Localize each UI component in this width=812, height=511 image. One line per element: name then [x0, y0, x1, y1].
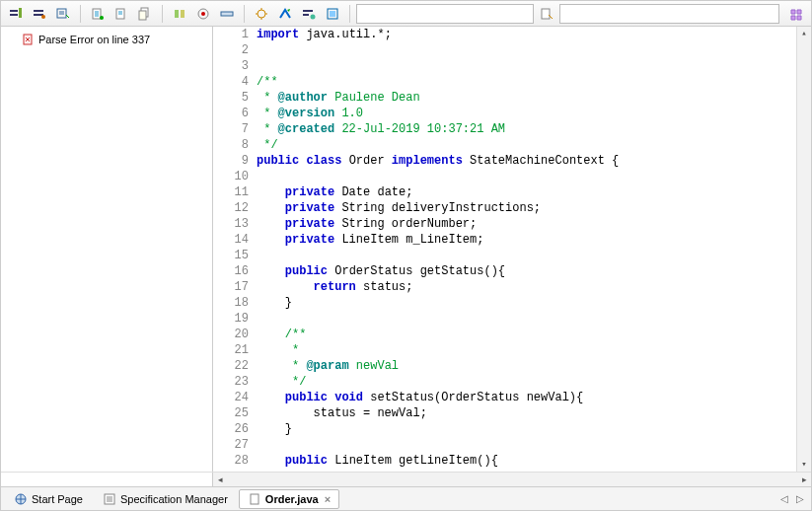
svg-rect-12 [175, 10, 179, 18]
line-number: 2 [213, 42, 249, 58]
code-line[interactable]: private LineItem m_LineItem; [257, 232, 786, 248]
line-number: 8 [213, 137, 249, 153]
vertical-scrollbar[interactable]: ▴ ▾ [796, 27, 811, 472]
tab-order-java[interactable]: Order.java × [239, 489, 339, 509]
code-line[interactable] [257, 58, 786, 74]
scroll-left-icon[interactable]: ◂ [213, 473, 227, 486]
code-line[interactable] [257, 311, 786, 327]
code-lines[interactable]: import java.util.*;/** * @author Paulene… [257, 27, 796, 472]
code-line[interactable]: * @version 1.0 [257, 106, 786, 121]
code-line[interactable]: */ [257, 137, 786, 153]
svg-rect-18 [303, 10, 313, 12]
svg-rect-19 [303, 14, 309, 16]
code-line[interactable]: * @author Paulene Dean [257, 90, 786, 106]
toolbar-separator [244, 5, 245, 23]
main-content: Parse Error on line 337 1234567891011121… [1, 27, 811, 472]
code-line[interactable]: public class Order implements StateMachi… [257, 153, 786, 169]
toolbar-button-14[interactable] [536, 3, 557, 25]
svg-rect-3 [34, 10, 43, 12]
line-number: 5 [213, 90, 249, 106]
code-line[interactable]: /** [257, 327, 786, 342]
svg-point-17 [258, 10, 265, 18]
code-line[interactable]: private String orderNumber; [257, 216, 786, 232]
tab-start-page[interactable]: Start Page [5, 489, 92, 509]
hscroll-track[interactable] [227, 473, 797, 486]
globe-icon [14, 492, 28, 506]
tab-next-icon[interactable]: ▷ [793, 493, 807, 504]
error-icon [21, 33, 35, 46]
editor: 1234567891011121314151617181920212223242… [213, 27, 811, 472]
toolbar-button-15[interactable] [785, 3, 807, 25]
toolbar-button-4[interactable] [87, 3, 109, 25]
code-line[interactable] [257, 42, 786, 58]
tab-spec-manager[interactable]: Specification Manager [94, 489, 237, 509]
scroll-up-icon[interactable]: ▴ [797, 27, 811, 40]
scroll-down-icon[interactable]: ▾ [797, 458, 811, 472]
line-number: 13 [213, 216, 249, 232]
list-icon [103, 492, 116, 506]
code-viewport[interactable]: 1234567891011121314151617181920212223242… [213, 27, 811, 472]
toolbar-button-5[interactable] [111, 3, 132, 25]
toolbar-button-9[interactable] [216, 3, 238, 25]
svg-point-8 [100, 16, 104, 20]
parse-error-item[interactable]: Parse Error on line 337 [3, 31, 210, 48]
toolbar-button-2[interactable] [29, 3, 50, 25]
code-line[interactable]: private Date date; [257, 184, 786, 200]
line-number: 15 [213, 248, 249, 263]
code-line[interactable]: */ [257, 374, 786, 390]
code-line[interactable]: import java.util.*; [257, 27, 786, 42]
document-icon [248, 492, 261, 506]
code-line[interactable]: } [257, 295, 786, 311]
parse-error-label: Parse Error on line 337 [38, 34, 150, 45]
toolbar-button-6[interactable] [134, 3, 156, 25]
tabbar: Start Page Specification Manager Order.j… [1, 486, 811, 510]
svg-rect-11 [139, 11, 146, 20]
line-number: 7 [213, 121, 249, 137]
code-line[interactable]: private String deliveryInstructions; [257, 200, 786, 216]
hscroll-spacer [1, 473, 213, 486]
toolbar-button-12[interactable] [298, 3, 320, 25]
line-number: 20 [213, 327, 249, 342]
svg-rect-23 [542, 9, 550, 19]
code-line[interactable]: * [257, 342, 786, 358]
line-number: 27 [213, 437, 249, 453]
line-number: 10 [213, 169, 249, 184]
svg-rect-27 [251, 494, 258, 504]
code-line[interactable]: public OrderStatus getStatus(){ [257, 263, 786, 279]
close-icon[interactable]: × [325, 493, 331, 505]
horizontal-scrollbar[interactable]: ◂ ▸ [1, 472, 811, 486]
toolbar-button-3[interactable] [52, 3, 74, 25]
code-line[interactable] [257, 437, 786, 453]
toolbar-button-1[interactable] [5, 3, 27, 25]
tab-prev-icon[interactable]: ◁ [777, 493, 791, 504]
line-number: 14 [213, 232, 249, 248]
line-number: 19 [213, 311, 249, 327]
toolbar-search-input-2[interactable] [559, 4, 779, 24]
code-line[interactable] [257, 248, 786, 263]
code-line[interactable]: status = newVal; [257, 405, 786, 421]
toolbar-search-input-1[interactable] [356, 4, 534, 24]
code-line[interactable]: * @param newVal [257, 358, 786, 374]
scroll-right-icon[interactable]: ▸ [797, 473, 811, 486]
toolbar-separator [162, 5, 163, 23]
code-line[interactable]: /** [257, 74, 786, 90]
toolbar-button-11[interactable] [274, 3, 296, 25]
toolbar-separator [80, 5, 81, 23]
code-line[interactable]: return status; [257, 279, 786, 295]
toolbar-button-8[interactable] [192, 3, 214, 25]
toolbar-button-13[interactable] [322, 3, 343, 25]
line-number: 25 [213, 405, 249, 421]
svg-rect-2 [19, 8, 22, 18]
tab-label: Specification Manager [120, 493, 228, 505]
code-line[interactable]: public LineItem getLineItem(){ [257, 453, 786, 469]
code-line[interactable]: public void setStatus(OrderStatus newVal… [257, 390, 786, 405]
line-number: 28 [213, 453, 249, 469]
svg-rect-1 [10, 14, 18, 16]
toolbar [1, 1, 811, 27]
svg-point-5 [41, 15, 45, 19]
code-line[interactable]: } [257, 421, 786, 437]
code-line[interactable] [257, 169, 786, 184]
code-line[interactable]: * @created 22-Jul-2019 10:37:21 AM [257, 121, 786, 137]
toolbar-button-7[interactable] [169, 3, 190, 25]
toolbar-button-10[interactable] [251, 3, 272, 25]
